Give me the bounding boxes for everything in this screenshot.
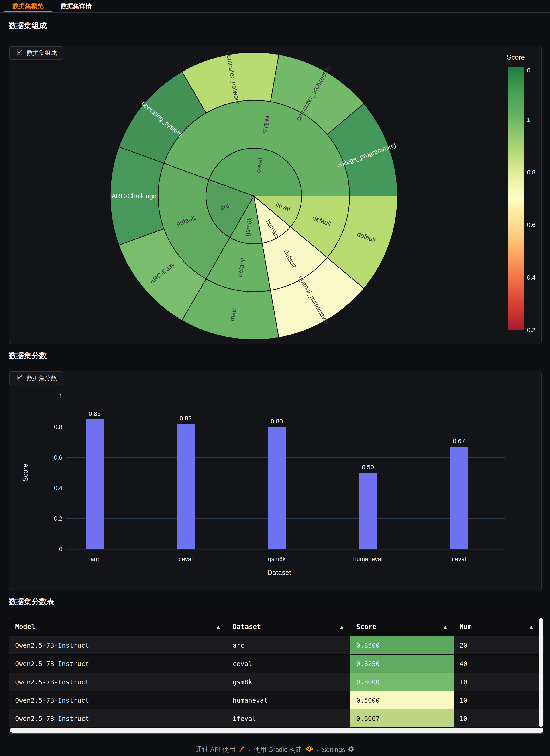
table-body: Qwen2.5-7B-Instructarc0.850020Qwen2.5-7B… [9, 636, 544, 727]
cell-dataset: arc [227, 636, 350, 654]
column-label: Num [460, 623, 472, 631]
bar-value-label: 0.85 [89, 410, 101, 417]
sort-icon[interactable]: ▲ [530, 624, 533, 629]
y-axis-title: Score [21, 464, 29, 482]
tab-dataset-overview[interactable]: 数据集概览 [4, 0, 52, 12]
sunburst-label: ARC-Challenge [112, 192, 157, 200]
chart-icon [16, 49, 23, 58]
bar-value-label: 0.67 [453, 438, 465, 445]
gradio-logo-icon [305, 746, 313, 754]
built-with-gradio-label: 使用 Gradio 构建 [254, 745, 302, 754]
bar-value-label: 0.50 [362, 464, 374, 471]
settings-label: Settings [322, 746, 345, 754]
y-tick-label: 0.8 [54, 424, 62, 430]
bar-gsm8k[interactable] [268, 427, 286, 549]
cell-model: Qwen2.5-7B-Instruct [9, 636, 227, 654]
colorbar-tick: 0.6 [527, 221, 546, 229]
cell-num: 10 [454, 709, 540, 727]
table-row: Qwen2.5-7B-Instructceval0.825040 [9, 654, 544, 673]
x-tick-label: ifeval [452, 556, 466, 562]
bar-value-label: 0.80 [271, 418, 283, 425]
cell-dataset: gsm8k [227, 673, 350, 691]
horizontal-scrollbar[interactable] [10, 728, 543, 733]
cell-score: 0.8250 [350, 655, 454, 673]
score-table-heading: 数据集分数表 [9, 597, 54, 607]
cell-score: 0.8000 [350, 673, 454, 691]
cell-dataset: ifeval [227, 709, 350, 727]
cell-num: 10 [454, 691, 540, 709]
cell-dataset: humaneval [227, 691, 350, 709]
cell-num: 40 [454, 655, 540, 673]
y-tick-label: 0 [59, 546, 62, 552]
column-label: Model [15, 623, 35, 631]
tab-bar: 数据集概览 数据集详情 [0, 0, 550, 13]
x-tick-label: ceval [179, 556, 193, 562]
colorbar-tick: 0.2 [527, 327, 546, 334]
colorbar: 1 0.8 0.6 0.4 0.2 0 [508, 67, 546, 330]
y-tick-label: 0.4 [54, 485, 62, 491]
y-tick-label: 0.2 [54, 515, 62, 522]
composition-chart-label: 数据集组成 [9, 46, 63, 60]
table-row: Qwen2.5-7B-Instructgsm8k0.800010 [9, 673, 544, 691]
gear-icon [348, 746, 354, 754]
table-row: Qwen2.5-7B-Instructarc0.850020 [9, 636, 544, 654]
column-header-dataset[interactable]: Dataset ▲ [227, 617, 350, 636]
y-tick-label: 0.6 [54, 454, 62, 461]
scores-heading: 数据集分数 [9, 351, 47, 361]
cell-model: Qwen2.5-7B-Instruct [9, 691, 227, 709]
cell-num: 20 [454, 636, 540, 654]
x-tick-label: gsm8k [268, 556, 286, 562]
colorbar-tick: 0.4 [527, 274, 546, 281]
sort-icon[interactable]: ▲ [443, 624, 447, 629]
bar-ceval[interactable] [177, 424, 195, 549]
bar-chart[interactable]: 00.20.40.60.81Score0.85arc0.82ceval0.80g… [9, 371, 540, 590]
settings-link[interactable]: Settings [322, 746, 354, 754]
colorbar-title: Score [507, 53, 534, 61]
colorbar-tick: 0.8 [527, 169, 546, 176]
footer-separator: · [248, 746, 251, 754]
cell-model: Qwen2.5-7B-Instruct [9, 709, 227, 727]
score-table: Model ▲ Dataset ▲ Score ▲ Num ▲ Qwen2.5-… [9, 617, 544, 734]
x-tick-label: arc [90, 556, 99, 562]
table-row: Qwen2.5-7B-Instructifeval0.666710 [9, 709, 544, 727]
x-tick-label: humaneval [353, 556, 382, 562]
x-axis-title: Dataset [268, 569, 291, 576]
sort-icon[interactable]: ▲ [217, 624, 220, 629]
y-tick-label: 1 [59, 393, 62, 400]
rocket-icon [238, 746, 245, 754]
tab-dataset-detail[interactable]: 数据集详情 [52, 0, 100, 12]
cell-dataset: ceval [227, 655, 350, 673]
colorbar-gradient [508, 67, 524, 330]
bar-value-label: 0.82 [180, 415, 192, 422]
composition-heading: 数据集组成 [9, 20, 47, 31]
colorbar-tick: 0 [527, 67, 546, 74]
column-label: Score [356, 623, 376, 631]
built-with-gradio-link[interactable]: 使用 Gradio 构建 [254, 745, 313, 754]
column-header-model[interactable]: Model ▲ [9, 617, 227, 636]
sort-icon[interactable]: ▲ [340, 624, 343, 629]
cell-score: 0.8500 [350, 636, 454, 654]
composition-chart-label-text: 数据集组成 [27, 49, 57, 57]
table-header-row: Model ▲ Dataset ▲ Score ▲ Num ▲ [9, 617, 544, 636]
bar-humaneval[interactable] [359, 473, 377, 549]
sunburst-chart[interactable]: cevalarcgsm8khumanevalifevalSTEMdefaultd… [110, 52, 397, 340]
bar-ifeval[interactable] [450, 447, 468, 549]
cell-model: Qwen2.5-7B-Instruct [9, 655, 227, 673]
use-via-api-link[interactable]: 通过 API 使用 [196, 745, 245, 754]
use-via-api-label: 通过 API 使用 [196, 745, 236, 754]
column-label: Dataset [233, 623, 261, 631]
cell-score: 0.5000 [350, 691, 454, 709]
column-header-score[interactable]: Score ▲ [350, 617, 454, 636]
vertical-scrollbar[interactable] [539, 618, 543, 727]
cell-model: Qwen2.5-7B-Instruct [9, 673, 227, 691]
table-row: Qwen2.5-7B-Instructhumaneval0.500010 [9, 691, 544, 709]
cell-num: 10 [454, 673, 540, 691]
colorbar-tick: 1 [527, 116, 546, 123]
footer: 通过 API 使用 · 使用 Gradio 构建 · Settings [0, 744, 550, 756]
column-header-num[interactable]: Num ▲ [454, 617, 540, 636]
footer-separator: · [316, 746, 319, 754]
cell-score: 0.6667 [350, 709, 454, 727]
bar-arc[interactable] [86, 419, 104, 549]
